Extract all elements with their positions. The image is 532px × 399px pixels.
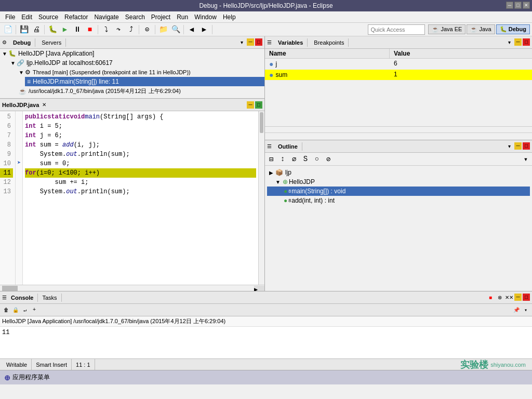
close-btn[interactable]: ✕ bbox=[523, 2, 530, 9]
menu-file[interactable]: File bbox=[2, 12, 18, 22]
debug-settings-btn[interactable]: ▾ bbox=[237, 38, 246, 47]
perspective-java[interactable]: ☕ Java bbox=[467, 24, 495, 34]
debug-tree-runtime[interactable]: ☕ /usr/local/jdk1.7.0_67/bin/java (2015年… bbox=[17, 86, 264, 96]
remove-terminated-btn[interactable]: ✕✕ bbox=[505, 294, 513, 302]
next-edit-btn[interactable]: ▶ bbox=[198, 24, 210, 35]
vars-hscroll[interactable] bbox=[265, 126, 532, 132]
console-tab[interactable]: Console bbox=[7, 294, 38, 302]
hscroll-thumb[interactable] bbox=[2, 286, 18, 291]
outline-class[interactable]: ▼ ⊕ HelloJDP bbox=[267, 177, 530, 187]
editor-scrollbar[interactable] bbox=[258, 111, 264, 285]
menu-refactor[interactable]: Refactor bbox=[61, 12, 91, 22]
var-row-j[interactable]: ● j 6 bbox=[265, 59, 532, 70]
servers-tab[interactable]: Servers bbox=[37, 38, 66, 47]
taskbar-item[interactable]: ⊕ 应用程序菜单 bbox=[4, 373, 50, 382]
var-j-dot: ● bbox=[269, 60, 273, 68]
debug-tree-frame[interactable]: ≡ HelloJDP.main(String[]) line: 11 bbox=[25, 77, 264, 86]
editor-scroll-thumb[interactable] bbox=[260, 112, 263, 133]
vars-settings[interactable]: ▾ bbox=[505, 38, 513, 47]
debug-tree-app[interactable]: ▼ 🐛 HelloJDP [Java Application] bbox=[0, 49, 264, 58]
terminate-btn[interactable]: ■ bbox=[486, 294, 495, 302]
var-sum-label: sum bbox=[275, 71, 287, 78]
save-btn[interactable]: 💾 bbox=[18, 24, 30, 35]
restore-btn[interactable]: □ bbox=[514, 2, 522, 9]
print-btn[interactable]: 🖨 bbox=[31, 24, 42, 35]
menu-source[interactable]: Source bbox=[35, 12, 61, 22]
view-menu-icon[interactable]: ⚙ bbox=[2, 39, 7, 45]
menu-run[interactable]: Run bbox=[174, 12, 191, 22]
new-console-btn[interactable]: + bbox=[30, 306, 38, 314]
step-over-btn[interactable]: ↷ bbox=[113, 24, 124, 35]
prev-edit-btn[interactable]: ◀ bbox=[186, 24, 197, 35]
minimize-btn[interactable]: ─ bbox=[506, 2, 513, 9]
debug-minimize-btn[interactable]: ─ bbox=[247, 38, 254, 46]
suspend-btn[interactable]: ⏸ bbox=[72, 24, 83, 35]
menu-edit[interactable]: Edit bbox=[18, 12, 35, 22]
stop-btn[interactable]: ■ bbox=[84, 24, 96, 35]
expand-app[interactable]: ▼ bbox=[2, 51, 7, 57]
vars-view-icon[interactable]: ☰ bbox=[267, 39, 272, 45]
run-btn[interactable]: ▶ bbox=[59, 24, 71, 35]
outline-package[interactable]: ▶ 📦 ljp bbox=[267, 168, 530, 177]
collapse-all-btn[interactable]: ⊟ bbox=[266, 154, 276, 164]
var-row-sum[interactable]: ● sum 1 bbox=[265, 70, 532, 81]
vars-minimize[interactable]: ─ bbox=[514, 38, 522, 46]
open-type-btn[interactable]: 📁 bbox=[157, 24, 169, 35]
vars-maximize[interactable]: □ bbox=[523, 38, 530, 46]
perspective-javaee[interactable]: ☕ Java EE bbox=[428, 24, 466, 34]
breakpoints-tab[interactable]: Breakpoints bbox=[310, 38, 349, 47]
filter-btn[interactable]: ⊘ bbox=[323, 154, 334, 164]
menu-window[interactable]: Window bbox=[191, 12, 220, 22]
word-wrap-btn[interactable]: ↵ bbox=[21, 306, 29, 314]
disconnect-btn[interactable]: ⊗ bbox=[496, 294, 504, 302]
console-maximize[interactable]: □ bbox=[523, 294, 530, 301]
variables-tab[interactable]: Variables bbox=[274, 38, 308, 47]
console-settings-btn[interactable]: ▾ bbox=[522, 306, 530, 314]
hide-fields-btn[interactable]: ∅ bbox=[289, 154, 299, 164]
outline-minimize[interactable]: ─ bbox=[514, 142, 522, 150]
step-into-btn[interactable]: ⤵ bbox=[100, 24, 112, 35]
scroll-lock-btn[interactable]: 🔒 bbox=[11, 306, 20, 314]
menu-navigate[interactable]: Navigate bbox=[91, 12, 122, 22]
quick-access-input[interactable] bbox=[368, 24, 425, 35]
toggle-breakpoint-btn[interactable]: ⊙ bbox=[141, 24, 153, 35]
editor-hscroll[interactable]: ▶ bbox=[0, 285, 264, 291]
debug-tree-process[interactable]: ▼ 🔗 ljp.HelloJDP at localhost:60617 bbox=[8, 58, 264, 68]
menu-search[interactable]: Search bbox=[122, 12, 148, 22]
tasks-tab[interactable]: Tasks bbox=[38, 294, 61, 302]
outline-add-method[interactable]: ● 8 add(int, int) : int bbox=[267, 196, 530, 205]
menu-help[interactable]: Help bbox=[220, 12, 239, 22]
outline-settings[interactable]: ▾ bbox=[505, 142, 513, 151]
console-view-icon[interactable]: ☰ bbox=[2, 295, 7, 300]
outline-main-method[interactable]: ● 8 main(String[]) : void bbox=[267, 187, 530, 196]
sort-btn[interactable]: ↕ bbox=[277, 154, 288, 164]
hide-nonpublic-btn[interactable]: ○ bbox=[312, 154, 322, 164]
debug-maximize-btn[interactable]: □ bbox=[255, 38, 262, 46]
clear-console-btn[interactable]: 🗑 bbox=[2, 306, 10, 314]
editor-maximize-btn[interactable]: □ bbox=[255, 101, 262, 109]
taskbar-label: 应用程序菜单 bbox=[12, 373, 50, 382]
perspective-debug[interactable]: 🐛 Debug bbox=[496, 24, 530, 34]
debug-tree-thread[interactable]: ▼ ⚙ Thread [main] (Suspended (breakpoint… bbox=[17, 68, 264, 77]
outline-maximize[interactable]: □ bbox=[523, 142, 530, 150]
open-resource-btn[interactable]: 🔍 bbox=[170, 24, 181, 35]
hide-static-btn[interactable]: S bbox=[300, 154, 311, 164]
editor-minimize-btn[interactable]: ─ bbox=[247, 101, 254, 109]
menu-project[interactable]: Project bbox=[148, 12, 174, 22]
vars-vscroll-bottom[interactable] bbox=[265, 132, 532, 139]
new-btn[interactable]: 📄 bbox=[2, 24, 14, 35]
console-minimize[interactable]: ─ bbox=[514, 294, 522, 301]
outline-tab[interactable]: Outline bbox=[274, 142, 302, 151]
expand-thread[interactable]: ▼ bbox=[19, 70, 24, 75]
line-num-10: 10 bbox=[0, 159, 13, 168]
outline-menu-btn[interactable]: ▾ bbox=[521, 154, 531, 164]
outline-view-icon[interactable]: ☰ bbox=[267, 143, 272, 149]
runtime-icon: ☕ bbox=[19, 88, 26, 95]
hscroll-right[interactable]: ▶ bbox=[254, 286, 264, 291]
console-pin-btn[interactable]: 📌 bbox=[512, 306, 521, 314]
expand-process[interactable]: ▼ bbox=[10, 60, 16, 66]
code-editor[interactable]: public static void main(String[] args) {… bbox=[23, 111, 258, 285]
debug-btn[interactable]: 🐛 bbox=[47, 24, 58, 35]
debug-tab[interactable]: Debug bbox=[9, 38, 35, 47]
step-return-btn[interactable]: ⤴ bbox=[125, 24, 137, 35]
